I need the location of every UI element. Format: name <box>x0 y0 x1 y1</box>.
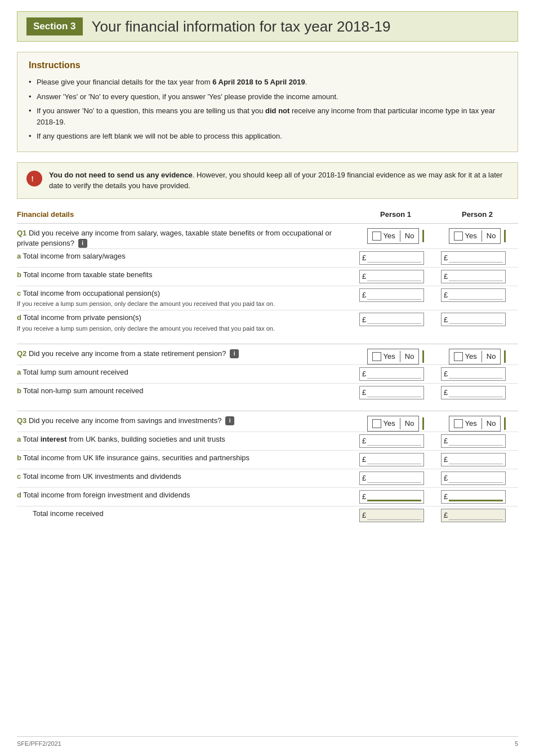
q1a-p1-input[interactable]: £ <box>359 251 424 265</box>
section-header: Section 3 Your financial information for… <box>17 11 518 42</box>
q3b-p1-input[interactable]: £ <box>359 453 424 466</box>
q3-total-p1-field[interactable] <box>367 511 421 520</box>
page-footer: SFE/PFF2/2021 5 <box>17 736 518 747</box>
q2b-p1-input[interactable]: £ <box>359 386 424 399</box>
q3d-p2-input[interactable]: £ <box>441 490 506 504</box>
q1a-p1-input-cell: £ <box>355 251 436 265</box>
q1a-p2-input[interactable]: £ <box>441 251 506 265</box>
q1d-p2-field[interactable] <box>449 315 503 324</box>
q1a-row: a Total income from salary/wages £ £ <box>17 248 518 267</box>
q3a-p2-field[interactable] <box>449 437 503 446</box>
q3-p2-yesno[interactable]: Yes No <box>449 416 501 432</box>
q1b-p2-field[interactable] <box>449 272 503 281</box>
q1d-p1-input[interactable]: £ <box>359 313 424 326</box>
q3b-p2-pound: £ <box>444 455 448 464</box>
q1-person2-answer: Yes No <box>436 228 518 244</box>
q2a-p1-input-cell: £ <box>355 367 436 381</box>
q2b-p1-field[interactable] <box>367 388 421 397</box>
q1c-p1-input-cell: £ <box>355 288 436 302</box>
q1c-p1-input[interactable]: £ <box>359 288 424 302</box>
q2a-p2-input-cell: £ <box>436 367 518 381</box>
q3b-p1-field[interactable] <box>367 455 421 464</box>
q1d-p2-input[interactable]: £ <box>441 313 506 326</box>
q1-p1-indicator <box>422 230 424 242</box>
q3a-p1-field[interactable] <box>367 437 421 446</box>
q1a-p2-input-cell: £ <box>436 251 518 265</box>
q1-info-icon[interactable]: i <box>78 239 87 248</box>
q2a-p2-input[interactable]: £ <box>441 367 506 381</box>
q3c-p1-input[interactable]: £ <box>359 472 424 485</box>
q1c-p2-field[interactable] <box>449 291 503 300</box>
q1a-p1-pound: £ <box>362 254 366 262</box>
q1a-p2-pound: £ <box>444 254 448 262</box>
q1-p2-yesno[interactable]: Yes No <box>449 228 501 244</box>
q3a-p2-pound: £ <box>444 437 448 445</box>
q2b-p2-pound: £ <box>444 388 448 397</box>
q2-p1-yesno[interactable]: Yes No <box>367 349 420 364</box>
q1a-p1-field[interactable] <box>367 254 421 263</box>
q2b-p2-input[interactable]: £ <box>441 386 506 399</box>
q3d-row: d Total income from foreign investment a… <box>17 487 518 506</box>
q3c-p1-field[interactable] <box>367 474 421 483</box>
instruction-item-4: If any questions are left blank we will … <box>29 129 506 144</box>
q3c-p1-pound: £ <box>362 474 366 482</box>
q3-person1-answer: Yes No <box>355 416 436 432</box>
q3c-p2-field[interactable] <box>449 474 503 483</box>
q1a-p2-field[interactable] <box>449 254 503 263</box>
q3d-p1-input[interactable]: £ <box>359 490 424 504</box>
q3-total-p1-input[interactable]: £ <box>359 509 424 522</box>
q1c-p2-input-cell: £ <box>436 288 518 302</box>
notice-text: You do not need to send us any evidence.… <box>49 170 509 192</box>
q2b-p2-field[interactable] <box>449 388 503 397</box>
q3b-p2-input[interactable]: £ <box>441 453 506 466</box>
q3-p2-yes-item: Yes <box>454 419 477 428</box>
q1-p1-yes-checkbox[interactable] <box>372 232 381 241</box>
q3d-p2-field[interactable] <box>449 492 503 501</box>
q3a-p2-input[interactable]: £ <box>441 434 506 448</box>
q3b-row: b Total income from UK life insurance ga… <box>17 450 518 469</box>
q3-info-icon[interactable]: i <box>225 416 234 425</box>
section-title: Your financial information for tax year … <box>92 18 391 35</box>
instruction-item-1: Please give your financial details for t… <box>29 75 506 90</box>
q2-p1-yn-sep <box>400 351 400 362</box>
q2b-p1-pound: £ <box>362 388 366 397</box>
q3-total-p2-field[interactable] <box>449 511 503 520</box>
q3-p2-yes-checkbox[interactable] <box>454 419 463 428</box>
q3d-p2-pound: £ <box>444 492 448 501</box>
q1b-p1-field[interactable] <box>367 272 421 281</box>
q3d-p1-field[interactable] <box>367 492 421 501</box>
q3-total-p2-input[interactable]: £ <box>441 509 506 522</box>
q2a-p1-input[interactable]: £ <box>359 367 424 381</box>
q3-p1-yesno[interactable]: Yes No <box>367 416 420 432</box>
q3a-letter: a <box>17 435 21 443</box>
q2a-p2-field[interactable] <box>449 370 503 379</box>
q3c-letter: c <box>17 472 21 481</box>
q1d-p1-field[interactable] <box>367 315 421 324</box>
q1b-p2-input[interactable]: £ <box>441 270 506 283</box>
q3-p1-yes-checkbox[interactable] <box>372 419 381 428</box>
q2a-p2-pound: £ <box>444 370 448 378</box>
q3b-letter: b <box>17 453 21 462</box>
q1-p1-yes-label: Yes <box>384 232 395 240</box>
q2-p1-yes-checkbox[interactable] <box>372 352 381 361</box>
q2-p2-yes-checkbox[interactable] <box>454 352 463 361</box>
q3c-p2-pound: £ <box>444 474 448 482</box>
q2-p1-yes-item: Yes <box>372 352 395 361</box>
q1c-p2-pound: £ <box>444 291 448 299</box>
financial-details-label: Financial details <box>17 210 74 219</box>
q2-info-icon[interactable]: i <box>230 349 239 358</box>
q3c-p2-input[interactable]: £ <box>441 472 506 485</box>
q2a-p1-field[interactable] <box>367 370 421 379</box>
q2-p2-yesno[interactable]: Yes No <box>449 349 501 364</box>
q1c-p2-input[interactable]: £ <box>441 288 506 302</box>
q3a-p1-input[interactable]: £ <box>359 434 424 448</box>
q1-p1-yesno[interactable]: Yes No <box>367 228 420 244</box>
q3b-p2-field[interactable] <box>449 455 503 464</box>
q1b-p1-input[interactable]: £ <box>359 270 424 283</box>
q1c-p1-field[interactable] <box>367 291 421 300</box>
q3-p2-no-item: No <box>487 419 496 428</box>
q3-total-p1-input-cell: £ <box>355 509 436 522</box>
q1-p2-yes-checkbox[interactable] <box>454 232 463 241</box>
q1b-p1-input-cell: £ <box>355 270 436 283</box>
q1-p2-indicator <box>504 230 506 242</box>
